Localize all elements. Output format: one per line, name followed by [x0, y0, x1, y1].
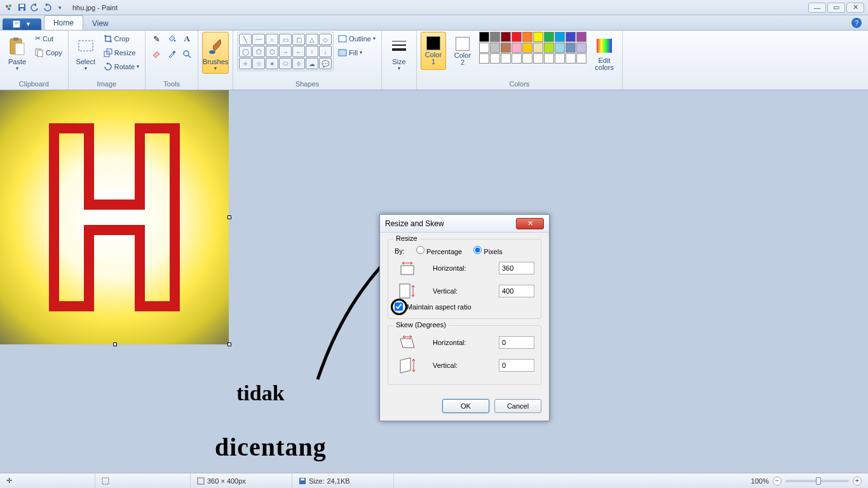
paste-button[interactable]: Paste▾: [4, 32, 31, 74]
resize-vertical-input[interactable]: [499, 285, 534, 297]
group-brushes: Brushes▾: [198, 30, 233, 90]
crop-button[interactable]: Crop: [102, 32, 141, 45]
palette-swatch[interactable]: [501, 32, 511, 42]
palette-swatch[interactable]: [533, 53, 543, 64]
palette-swatch[interactable]: [566, 43, 576, 53]
palette-swatch[interactable]: [576, 53, 587, 64]
magnifier-tool[interactable]: [180, 47, 194, 61]
dialog-close-button[interactable]: ✕: [516, 218, 544, 229]
group-shapes: ╲〰○▭▢△◇ ◯⬠⬡→←↑↓ ✧☆✶⬭◊☁💬 Outline ▾ Fill ▾…: [233, 30, 382, 90]
selection-handle-bottom[interactable]: [113, 342, 117, 346]
resize-button[interactable]: Resize: [102, 46, 141, 59]
palette-swatch[interactable]: [512, 43, 522, 53]
cancel-button[interactable]: Cancel: [494, 399, 541, 413]
eraser-tool[interactable]: [149, 47, 163, 61]
palette-swatch[interactable]: [490, 32, 500, 42]
palette-swatch[interactable]: [479, 43, 489, 53]
zoom-slider-thumb[interactable]: [816, 477, 821, 485]
selection-handle-corner[interactable]: [227, 342, 231, 346]
radio-percentage[interactable]: Percentage: [416, 246, 462, 255]
group-image: Select▾ Crop Resize Rotate ▾ Image: [69, 30, 146, 90]
svg-point-0: [6, 5, 8, 8]
palette-swatch[interactable]: [533, 43, 543, 53]
brush-icon: [205, 36, 226, 57]
ok-button[interactable]: OK: [442, 399, 489, 413]
tab-home[interactable]: Home: [44, 15, 83, 30]
palette-swatch[interactable]: [479, 53, 489, 64]
shape-outline-button[interactable]: Outline ▾: [336, 32, 377, 45]
palette-swatch[interactable]: [501, 53, 511, 64]
skew-vertical-input[interactable]: [499, 359, 534, 372]
brushes-button[interactable]: Brushes▾: [202, 32, 229, 74]
fill-tool[interactable]: [165, 32, 179, 46]
qat-dropdown-icon[interactable]: ▾: [55, 3, 65, 13]
palette-swatch[interactable]: [555, 32, 565, 42]
resize-horizontal-input[interactable]: [499, 262, 534, 274]
palette-swatch[interactable]: [522, 43, 532, 53]
color-palette[interactable]: [479, 32, 587, 64]
canvas-area[interactable]: tidak dicentang Resize and Skew ✕ Resize…: [0, 90, 868, 473]
palette-swatch[interactable]: [576, 43, 587, 53]
palette-swatch[interactable]: [544, 32, 554, 42]
size-button[interactable]: Size▾: [386, 32, 412, 74]
text-tool[interactable]: A: [180, 32, 194, 46]
dialog-titlebar[interactable]: Resize and Skew ✕: [380, 215, 549, 233]
svg-rect-10: [13, 37, 18, 41]
help-button[interactable]: ?: [851, 18, 862, 28]
skew-legend: Skew (Degrees): [393, 321, 449, 329]
maximize-button[interactable]: ▭: [827, 3, 845, 13]
redo-icon[interactable]: [42, 3, 52, 13]
selection-handle-right[interactable]: [227, 215, 231, 219]
minimize-button[interactable]: —: [808, 3, 826, 13]
palette-swatch[interactable]: [512, 53, 522, 64]
palette-swatch[interactable]: [490, 43, 500, 53]
palette-swatch[interactable]: [576, 32, 587, 42]
palette-swatch[interactable]: [544, 43, 554, 53]
resize-vertical-icon: [395, 282, 420, 300]
dialog-title: Resize and Skew: [385, 219, 444, 228]
palette-swatch[interactable]: [490, 53, 500, 64]
zoom-in-button[interactable]: +: [853, 477, 862, 485]
radio-pixels[interactable]: Pixels: [473, 246, 502, 255]
resize-h-label: Horizontal:: [420, 264, 499, 272]
copy-button[interactable]: Copy: [33, 46, 64, 59]
save-icon[interactable]: [17, 3, 27, 13]
skew-horizontal-input[interactable]: [499, 336, 534, 349]
tab-view[interactable]: View: [83, 17, 118, 30]
close-button[interactable]: ✕: [846, 3, 864, 13]
palette-swatch[interactable]: [555, 53, 565, 64]
rotate-button[interactable]: Rotate ▾: [102, 60, 141, 73]
undo-icon[interactable]: [29, 3, 39, 13]
select-button[interactable]: Select▾: [72, 32, 99, 74]
resize-icon: [104, 48, 112, 57]
zoom-controls: 100% − +: [745, 477, 868, 485]
palette-swatch[interactable]: [544, 53, 554, 64]
palette-swatch[interactable]: [522, 32, 532, 42]
palette-swatch[interactable]: [522, 53, 532, 64]
shape-fill-button[interactable]: Fill ▾: [336, 46, 377, 59]
palette-swatch[interactable]: [566, 53, 576, 64]
shapes-gallery[interactable]: ╲〰○▭▢△◇ ◯⬠⬡→←↑↓ ✧☆✶⬭◊☁💬: [238, 32, 333, 71]
palette-swatch[interactable]: [555, 43, 565, 53]
palette-swatch[interactable]: [512, 32, 522, 42]
color1-button[interactable]: Color 1: [421, 32, 446, 70]
paste-icon: [7, 36, 27, 57]
rotate-icon: [104, 62, 112, 71]
palette-swatch[interactable]: [533, 32, 543, 42]
pencil-tool[interactable]: ✎: [149, 32, 163, 46]
selection-icon: [102, 477, 109, 485]
maintain-aspect-label: Maintain aspect ratio: [407, 303, 471, 311]
edit-colors-button[interactable]: Edit colors: [590, 32, 618, 74]
color2-button[interactable]: Color 2: [450, 32, 475, 70]
maintain-aspect-checkbox[interactable]: [395, 302, 403, 311]
svg-point-1: [9, 4, 11, 7]
canvas-image[interactable]: [0, 90, 229, 344]
zoom-out-button[interactable]: −: [773, 477, 782, 485]
picker-tool[interactable]: [165, 47, 179, 61]
file-menu-button[interactable]: ▼: [3, 18, 41, 30]
palette-swatch[interactable]: [566, 32, 576, 42]
palette-swatch[interactable]: [501, 43, 511, 53]
cut-button[interactable]: ✂Cut: [33, 32, 64, 45]
palette-swatch[interactable]: [479, 32, 489, 42]
zoom-slider[interactable]: [785, 480, 849, 482]
